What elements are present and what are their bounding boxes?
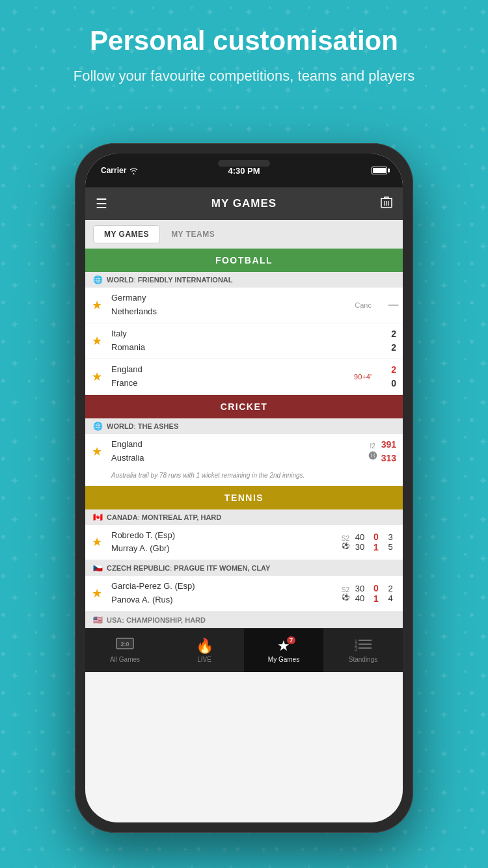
app-header: ☰ MY GAMES	[85, 187, 403, 220]
score-dash: – –	[388, 296, 396, 314]
app-header-title: MY GAMES	[211, 197, 277, 210]
games2: 1	[373, 593, 379, 604]
tab-switcher: MY GAMES MY TEAMS	[85, 220, 403, 249]
carrier-label: Carrier	[101, 166, 139, 175]
my-games-label: My Games	[268, 656, 299, 663]
tennis-match-row-1: ★ Robredo T. (Esp) Murray A. (Gbr) S2 ⚽	[85, 525, 403, 561]
cricket-competition-row: 🌐 WORLD: THE ASHES	[85, 418, 403, 434]
page-header: Personal customisation Follow your favou…	[0, 0, 488, 100]
set-label: S2	[342, 535, 349, 542]
cricket-competition-name: WORLD: THE ASHES	[107, 422, 178, 430]
sets1: 3	[388, 532, 392, 542]
nav-all-games[interactable]: 2:0 All Games	[85, 629, 165, 672]
page-title: Personal customisation	[39, 26, 449, 56]
canada-competition-row: 🇨🇦 CANADA: MONTREAL ATP, HARD	[85, 509, 403, 525]
match-row: ★ Italy Romania 2 2	[85, 323, 403, 359]
svg-point-6	[369, 452, 377, 459]
usa-competition-row: 🇺🇸 USA: CHAMPIONSHIP, HARD	[85, 612, 403, 628]
football-competition-name: WORLD: FRIENDLY INTERNATIONAL	[107, 276, 233, 284]
match-status-live: 90+4'	[346, 373, 372, 381]
live-icon: 🔥	[196, 638, 213, 654]
standings-icon: 1 2 3	[355, 638, 372, 652]
sets1: 2	[388, 584, 392, 593]
czech-competition-name: CZECH REPUBLIC: PRAGUE ITF WOMEN, CLAY	[107, 564, 270, 572]
canada-flag: 🇨🇦	[93, 513, 103, 522]
score2: 0	[391, 377, 396, 390]
score1: 2	[391, 363, 396, 377]
match-row: ★ England France 90+4' 2 0	[85, 359, 403, 395]
star-icon[interactable]: ★	[92, 586, 106, 601]
tennis-match-row-2: ★ Garcia-Perez G. (Esp) Panova A. (Rus) …	[85, 576, 403, 612]
status-bar: Carrier 4:30 PM	[85, 154, 403, 187]
star-icon[interactable]: ★	[92, 298, 106, 312]
scores-col: 2 0	[377, 363, 396, 390]
tennis-ball-icon-2: ⚽	[342, 593, 349, 601]
points2: 30	[355, 542, 364, 552]
star-icon[interactable]: ★	[92, 444, 106, 459]
points2: 40	[355, 593, 364, 603]
nav-my-games[interactable]: ★ 7 My Games	[244, 629, 323, 672]
cricket-score2: 313	[381, 452, 396, 465]
bottom-nav: 2:0 All Games 🔥 LIVE ★	[85, 628, 403, 672]
match-status: Canc	[346, 301, 372, 309]
standings-label: Standings	[349, 656, 377, 663]
standings-icon-wrap: 1 2 3	[355, 638, 372, 655]
teams-col: England France	[111, 363, 340, 390]
team1-name: Garcia-Perez G. (Esp)	[111, 580, 336, 593]
nav-standings[interactable]: 1 2 3 Standings	[323, 629, 403, 672]
nav-live[interactable]: 🔥 LIVE	[165, 629, 244, 672]
all-games-icon-wrap: 2:0	[116, 638, 134, 655]
score2: 2	[391, 341, 396, 355]
scores-col: 2 2	[377, 327, 396, 355]
score1: 2	[391, 327, 396, 341]
phone-mockup: Carrier 4:30 PM	[75, 143, 413, 833]
match-row: ★ Germany Netherlands Canc – –	[85, 288, 403, 323]
team1-name: Robredo T. (Esp)	[111, 529, 336, 543]
teams-col: Garcia-Perez G. (Esp) Panova A. (Rus)	[111, 580, 336, 607]
live-icon-wrap: 🔥	[196, 638, 213, 655]
cricket-score1: 391	[381, 438, 396, 452]
team2-name: Romania	[111, 341, 340, 355]
live-label: LIVE	[197, 656, 211, 663]
team2-name: Netherlands	[111, 305, 340, 319]
scores-col: – –	[377, 296, 396, 314]
trash-icon[interactable]	[381, 196, 392, 212]
sets2: 4	[388, 593, 392, 603]
cricket-match-row: ★ England Australia I2	[85, 434, 403, 486]
team2-name: Panova A. (Rus)	[111, 593, 336, 607]
phone-inner: Carrier 4:30 PM	[85, 154, 403, 822]
star-icon[interactable]: ★	[92, 370, 106, 384]
points1: 40	[355, 532, 364, 542]
points1: 30	[355, 584, 364, 593]
team1-name: England	[111, 438, 363, 452]
team1-name: England	[111, 363, 340, 377]
all-games-label: All Games	[110, 656, 140, 663]
page-subtitle: Follow your favourite competitions, team…	[39, 66, 449, 87]
team2-name: Australia	[111, 452, 363, 465]
my-games-icon-wrap: ★ 7	[277, 638, 290, 655]
innings-marker: I2	[370, 442, 375, 450]
tab-my-teams[interactable]: MY TEAMS	[160, 225, 226, 243]
cricket-match-main: ★ England Australia I2	[92, 438, 396, 465]
usa-competition-name: USA: CHAMPIONSHIP, HARD	[107, 616, 206, 624]
sets2: 5	[388, 542, 392, 552]
canada-competition-name: CANADA: MONTREAL ATP, HARD	[107, 513, 221, 521]
world-flag: 🌐	[93, 275, 103, 284]
menu-icon[interactable]: ☰	[96, 197, 107, 210]
football-competition-row: 🌐 WORLD: FRIENDLY INTERNATIONAL	[85, 272, 403, 288]
battery-indicator	[372, 167, 387, 174]
star-icon[interactable]: ★	[92, 535, 106, 549]
star-icon[interactable]: ★	[92, 334, 106, 348]
cricket-ball-icon	[368, 451, 377, 460]
phone-outer: Carrier 4:30 PM	[75, 143, 413, 833]
games2: 1	[373, 542, 379, 552]
tennis-ball-icon: ⚽	[342, 542, 349, 549]
cricket-header: CRICKET	[85, 395, 403, 418]
all-games-icon: 2:0	[116, 638, 134, 652]
team2-name: Murray A. (Gbr)	[111, 542, 336, 556]
tennis-header: TENNIS	[85, 486, 403, 509]
tab-my-games[interactable]: MY GAMES	[93, 225, 160, 243]
content-area: FOOTBALL 🌐 WORLD: FRIENDLY INTERNATIONAL…	[85, 249, 403, 628]
games1: 0	[373, 532, 379, 542]
football-header: FOOTBALL	[85, 249, 403, 272]
